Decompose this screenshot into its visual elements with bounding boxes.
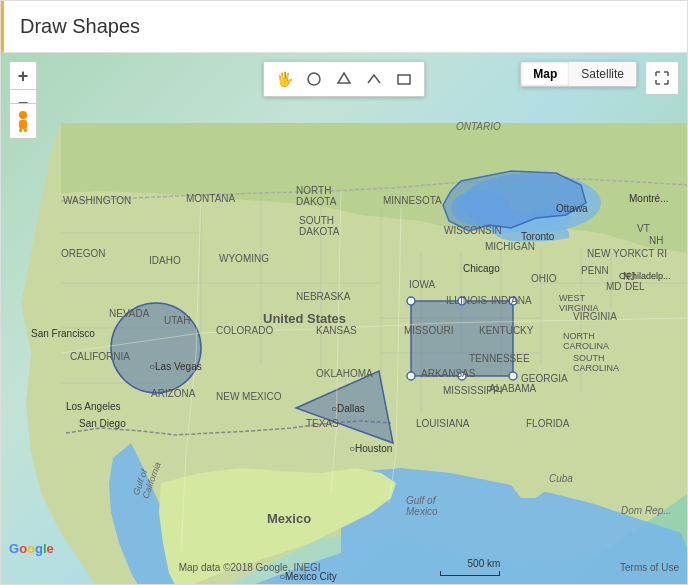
header: Draw Shapes [1, 1, 687, 53]
svg-rect-26 [19, 129, 22, 132]
map-view-button[interactable]: Map [521, 62, 569, 86]
map-background [1, 53, 687, 584]
svg-rect-25 [19, 120, 27, 129]
page-container: Draw Shapes [0, 0, 688, 585]
circle-tool-button[interactable] [300, 66, 328, 92]
fullscreen-button[interactable] [645, 61, 679, 95]
polyline-tool-button[interactable] [360, 66, 388, 92]
map-attribution: Map data ©2018 Google, INEGI 500 km Term… [1, 558, 687, 576]
satellite-view-button[interactable]: Satellite [569, 62, 636, 86]
map-data-text: Map data ©2018 Google, INEGI [179, 562, 321, 573]
google-brand: Google [9, 541, 54, 556]
page-title: Draw Shapes [20, 15, 140, 38]
hand-tool-button[interactable]: 🖐 [270, 66, 298, 92]
svg-rect-27 [24, 129, 27, 132]
polygon-tool-button[interactable] [330, 66, 358, 92]
terms-of-use-link[interactable]: Terms of Use [620, 562, 679, 573]
svg-point-24 [19, 111, 27, 119]
scale-bar: 500 km [440, 558, 500, 576]
zoom-in-button[interactable]: + [9, 61, 37, 89]
map-container[interactable]: ONTARIO WASHINGTON MONTANA NORTHDAKOTA M… [1, 53, 687, 584]
map-type-toggle: Map Satellite [520, 61, 637, 87]
svg-rect-23 [398, 75, 410, 84]
street-view-pegman[interactable] [9, 103, 37, 139]
svg-point-22 [308, 73, 320, 85]
rectangle-tool-button[interactable] [390, 66, 418, 92]
map-toolbar: 🖐 [263, 61, 425, 97]
